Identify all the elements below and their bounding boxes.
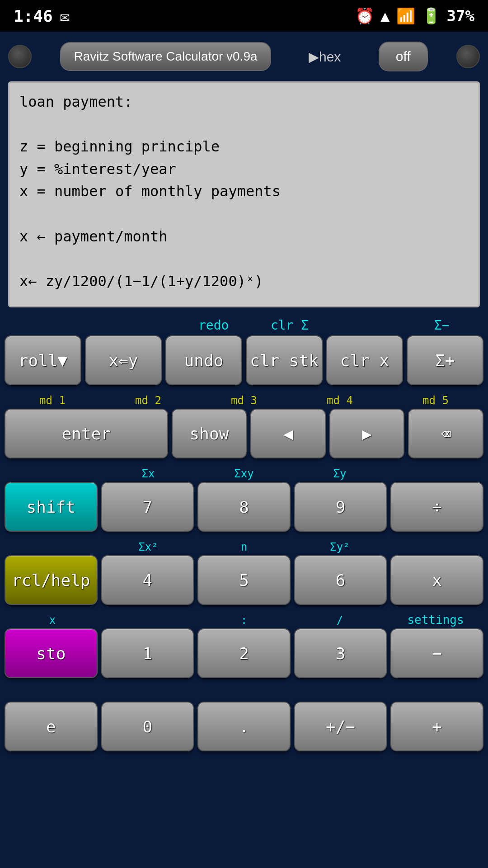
sto-label-row: x : / settings	[5, 608, 483, 627]
roll-button[interactable]: roll▼	[5, 335, 81, 385]
label-sigma-xy: Σxy	[196, 467, 292, 480]
e-label-row	[5, 681, 483, 701]
undo-button[interactable]: undo	[165, 335, 242, 385]
status-left: 1:46 ✉	[14, 7, 70, 25]
hex-button[interactable]: ▶hex	[300, 44, 350, 69]
right-arrow-button[interactable]: ▶	[329, 409, 405, 458]
multiply-button[interactable]: x	[390, 555, 483, 605]
right-circle-decoration	[456, 45, 480, 68]
shift-button[interactable]: shift	[5, 482, 98, 532]
label-n: n	[196, 541, 292, 553]
button-row-6: e 0 . +/− +	[5, 702, 483, 751]
label-clr-sigma: clr Σ	[252, 318, 328, 333]
wifi-icon: ▲	[380, 7, 389, 25]
label-md1: md 1	[5, 394, 100, 407]
sigma-plus-button[interactable]: Σ+	[407, 335, 483, 385]
button-row-3: shift 7 8 9 ÷	[5, 482, 483, 532]
signal-icon: 📶	[396, 7, 415, 25]
display-line-4: y = %interest/year	[19, 158, 469, 181]
keyboard: redo clr Σ Σ− roll▼ x⇐y undo clr stk clr…	[0, 312, 488, 868]
one-button[interactable]: 1	[101, 628, 194, 678]
display-line-8	[19, 248, 469, 270]
label-sigma-y: Σy	[292, 467, 388, 480]
top-bar: Ravitz Software Calculator v0.9a ▶hex of…	[0, 32, 488, 81]
zero-button[interactable]: 0	[101, 702, 194, 751]
display-line-9: x← zy/1200/(1−1/(1+y/1200)ˣ)	[19, 270, 469, 293]
label-md5: md 5	[388, 394, 483, 407]
alarm-icon: ⏰	[355, 7, 374, 25]
mail-icon: ✉	[60, 7, 70, 25]
label-md2: md 2	[100, 394, 196, 407]
minus-button[interactable]: −	[390, 628, 483, 678]
label-slash: /	[292, 614, 388, 627]
button-row-1: roll▼ x⇐y undo clr stk clr x Σ+	[5, 335, 483, 385]
button-row-2: enter show ◀ ▶ ⌫	[5, 409, 483, 458]
display-line-6	[19, 203, 469, 226]
label-redo: redo	[175, 318, 251, 333]
display-line-7: x ← payment/month	[19, 226, 469, 248]
show-button[interactable]: show	[172, 409, 247, 458]
divide-button[interactable]: ÷	[390, 482, 483, 532]
display-line-1: loan payment:	[19, 91, 469, 113]
label-md4: md 4	[292, 394, 388, 407]
decimal-button[interactable]: .	[197, 702, 291, 751]
eight-button[interactable]: 8	[197, 482, 291, 532]
app-container: Ravitz Software Calculator v0.9a ▶hex of…	[0, 32, 488, 868]
label-md3: md 3	[196, 394, 292, 407]
status-right: ⏰ ▲ 📶 🔋 37%	[355, 7, 474, 25]
two-button[interactable]: 2	[197, 628, 291, 678]
clr-x-button[interactable]: clr x	[326, 335, 403, 385]
label-sigma-x2: Σx²	[100, 541, 196, 553]
label-sigma-minus: Σ−	[404, 318, 480, 333]
left-arrow-button[interactable]: ◀	[250, 409, 326, 458]
battery-icon: 🔋	[422, 7, 441, 25]
status-bar: 1:46 ✉ ⏰ ▲ 📶 🔋 37%	[0, 0, 488, 32]
plus-button[interactable]: +	[390, 702, 483, 751]
label-sigma-x: Σx	[100, 467, 196, 480]
off-button[interactable]: off	[379, 42, 428, 71]
app-title-button[interactable]: Ravitz Software Calculator v0.9a	[60, 42, 271, 71]
label-settings: settings	[388, 613, 483, 627]
rcl-help-button[interactable]: rcl/help	[5, 555, 98, 605]
plusminus-button[interactable]: +/−	[294, 702, 387, 751]
nine-button[interactable]: 9	[294, 482, 387, 532]
display-line-2	[19, 113, 469, 136]
time-display: 1:46	[14, 7, 53, 25]
md-label-row: md 1 md 2 md 3 md 4 md 5	[5, 388, 483, 408]
clr-stk-button[interactable]: clr stk	[246, 335, 323, 385]
button-row-4: rcl/help 4 5 6 x	[5, 555, 483, 605]
four-button[interactable]: 4	[101, 555, 194, 605]
five-button[interactable]: 5	[197, 555, 291, 605]
left-circle-decoration	[8, 45, 32, 68]
button-row-5: sto 1 2 3 −	[5, 628, 483, 678]
calculator-display: loan payment: z = beginning principle y …	[8, 81, 480, 307]
e-button[interactable]: e	[5, 702, 98, 751]
display-line-5: x = number of monthly payments	[19, 180, 469, 203]
six-button[interactable]: 6	[294, 555, 387, 605]
sigma2-label-row: Σx² n Σy²	[5, 534, 483, 554]
label-sto-x: x	[5, 614, 100, 627]
sto-button[interactable]: sto	[5, 628, 98, 678]
backspace-button[interactable]: ⌫	[408, 409, 483, 458]
sigma-label-row: Σx Σxy Σy	[5, 461, 483, 481]
battery-percent: 37%	[447, 7, 474, 25]
display-line-3: z = beginning principle	[19, 136, 469, 158]
label-colon: :	[196, 614, 292, 627]
enter-button[interactable]: enter	[5, 409, 168, 458]
top-label-row: redo clr Σ Σ−	[5, 312, 483, 335]
xsy-button[interactable]: x⇐y	[85, 335, 162, 385]
seven-button[interactable]: 7	[101, 482, 194, 532]
three-button[interactable]: 3	[294, 628, 387, 678]
label-sigma-y2: Σy²	[292, 541, 388, 553]
